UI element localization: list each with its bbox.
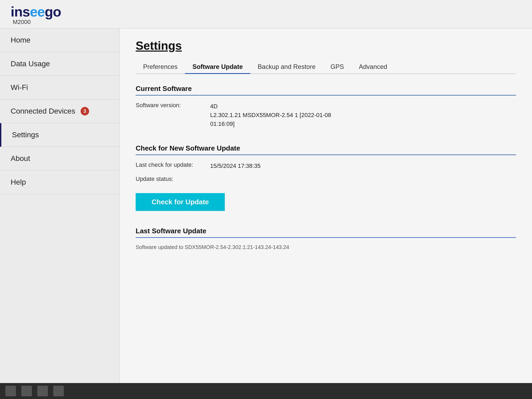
last-update-divider (136, 237, 516, 238)
page-title: Settings (136, 39, 516, 52)
taskbar (0, 383, 532, 399)
tab-advanced[interactable]: Advanced (351, 60, 395, 74)
taskbar-icon-1[interactable] (5, 386, 16, 396)
sidebar-item-wifi[interactable]: Wi-Fi (0, 76, 119, 99)
connected-devices-badge: 3 (81, 107, 89, 115)
check-update-title: Check for New Software Update (136, 144, 516, 152)
brand-logo: inseego (11, 5, 61, 19)
sidebar-item-data-usage[interactable]: Data Usage (0, 52, 119, 76)
last-check-row: Last check for update: 15/5/2024 17:38:3… (136, 161, 516, 170)
last-check-value: 15/5/2024 17:38:35 (210, 161, 261, 170)
sidebar-item-about[interactable]: About (0, 147, 119, 171)
sidebar-item-home-label: Home (11, 36, 31, 44)
software-version-line3: 01:16:09] (210, 119, 331, 128)
sidebar-item-help[interactable]: Help (0, 171, 119, 194)
software-version-line1: 4D (210, 102, 331, 111)
software-version-row: Software version: 4D L2.302.1.21 MSDX55M… (136, 102, 516, 128)
software-version-label: Software version: (136, 102, 210, 109)
check-update-divider (136, 155, 516, 155)
logo-part1: ins (11, 4, 30, 19)
last-update-title: Last Software Update (136, 227, 516, 235)
content-area: Settings Preferences Software Update Bac… (120, 28, 532, 390)
tab-software-update[interactable]: Software Update (185, 60, 250, 74)
sidebar-item-connected-devices-label: Connected Devices (11, 107, 75, 115)
settings-tabs: Preferences Software Update Backup and R… (136, 60, 516, 74)
update-status-label: Update status: (136, 176, 210, 182)
last-update-value: Software updated to SDX55MOR-2.54-2.302.… (136, 244, 516, 250)
sidebar-item-home[interactable]: Home (0, 28, 119, 52)
tab-backup-restore[interactable]: Backup and Restore (250, 60, 323, 74)
logo-ee: ee (30, 4, 45, 19)
tab-gps[interactable]: GPS (323, 60, 351, 74)
model-name: M2000 (13, 19, 521, 26)
taskbar-icon-2[interactable] (21, 386, 32, 396)
sidebar-item-data-usage-label: Data Usage (11, 60, 50, 68)
sidebar-item-wifi-label: Wi-Fi (11, 83, 28, 92)
taskbar-icon-3[interactable] (37, 386, 48, 396)
taskbar-icon-4[interactable] (53, 386, 64, 396)
current-software-divider (136, 95, 516, 95)
sidebar-item-settings[interactable]: Settings (0, 123, 119, 147)
update-status-row: Update status: (136, 176, 516, 182)
header: inseego M2000 (0, 0, 532, 28)
software-version-value: 4D L2.302.1.21 MSDX55MOR-2.54 1 [2022-01… (210, 102, 331, 128)
current-software-title: Current Software (136, 85, 516, 93)
sidebar-item-about-label: About (11, 154, 30, 163)
last-check-label: Last check for update: (136, 161, 210, 168)
check-for-update-button[interactable]: Check for Update (136, 193, 225, 211)
tab-preferences[interactable]: Preferences (136, 60, 185, 74)
main-layout: Home Data Usage Wi-Fi Connected Devices … (0, 28, 532, 390)
sidebar: Home Data Usage Wi-Fi Connected Devices … (0, 28, 120, 390)
software-version-line2: L2.302.1.21 MSDX55MOR-2.54 1 [2022-01-08 (210, 111, 331, 119)
sidebar-item-settings-label: Settings (12, 131, 39, 139)
logo-part2: go (45, 4, 61, 19)
sidebar-item-help-label: Help (11, 178, 26, 186)
sidebar-item-connected-devices[interactable]: Connected Devices 3 (0, 99, 119, 123)
